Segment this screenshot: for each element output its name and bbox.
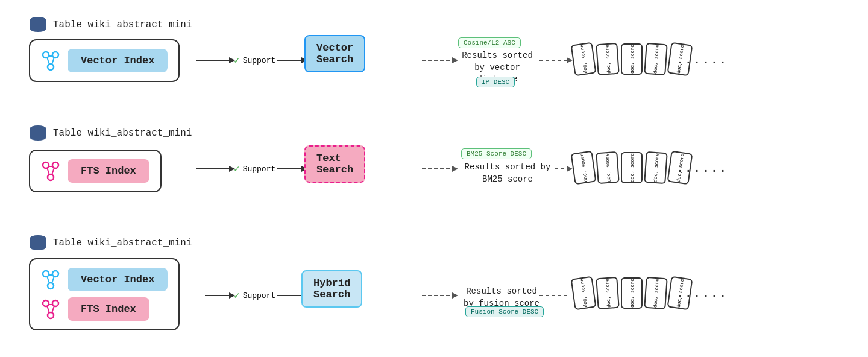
svg-point-40 [43,162,49,168]
table-name-row2: Table wiki_abstract_mini [53,128,192,139]
svg-line-58 [52,306,54,313]
index-box-row3: Vector Index FTS Index [29,258,180,330]
dots-row2b: ... [702,162,728,175]
vector-index-pill-row3: Vector Index [68,268,168,291]
doc-cards-row3: doc, score doc, score doc, score doc, sc… [573,277,691,309]
support-label-row3: Support [243,291,276,300]
doc-card: doc, score [644,151,668,184]
support-label-row2: Support [243,165,276,174]
svg-marker-7 [567,57,573,63]
doc-card: doc, score [571,151,597,185]
svg-line-30 [52,57,54,65]
text-search-box-row2: T Text Search [304,156,319,172]
svg-point-48 [52,271,58,277]
doc-card: doc, score [644,43,668,75]
text-search-label-row2: Text Search [304,145,365,183]
connector-icon-row1 [41,50,60,72]
diagram-area: Table wiki_abstract_mini Vector Index ✓ … [0,0,868,357]
hybrid-search-label-row3: Hybrid Search [301,270,362,308]
doc-card: doc, score [621,43,643,75]
svg-point-55 [48,312,54,318]
badge-fusion-row3: Fusion Score DESC [465,306,544,317]
svg-point-41 [52,162,58,168]
vector-index-row3: Vector Index [41,268,168,291]
connector-icon-row2 [41,160,60,182]
doc-card: doc, score [596,43,620,75]
svg-line-29 [47,57,49,65]
svg-marker-13 [452,166,458,172]
svg-point-25 [43,52,49,58]
table-name-row1: Table wiki_abstract_mini [53,19,192,30]
doc-cards-row1: doc, score doc, score doc, score doc, sc… [573,43,691,75]
dots-row2: ... [676,162,702,175]
badge-ip-row1: IP DESC [476,77,515,87]
result-desc-row2: Results sorted by BM25 score [459,162,556,185]
index-box-row2: FTS Index [29,150,162,192]
support-row3: ✓ Support [234,289,275,302]
doc-cards-row2: doc, score doc, score doc, score doc, sc… [573,152,691,183]
db-icon-row2 [29,125,47,141]
doc-card: doc, score [571,42,597,77]
db-icon-row1 [29,17,47,33]
svg-line-51 [47,276,49,283]
vector-index-pill-row1: Vector Index [68,49,168,72]
table-label-row1: Table wiki_abstract_mini [29,17,192,33]
db-icon-row3 [29,235,47,251]
svg-marker-23 [567,292,573,295]
checkmark-row1: ✓ [234,54,240,66]
svg-point-49 [48,283,54,289]
svg-point-54 [52,300,58,306]
index-box-row1: Vector Index [29,39,180,82]
doc-card: doc, score [596,151,620,184]
doc-card: doc, score [644,277,668,309]
svg-marker-5 [452,57,458,63]
support-row1: ✓ Support [234,54,275,66]
vector-search-box-row1: Vector Search [304,47,318,60]
doc-card: doc, score [571,276,597,311]
connector-icon-vector-row3 [41,269,60,291]
badge-cosine-row1: Cosine/L2 ASC [458,37,521,48]
fts-index-row3: FTS Index [41,297,168,321]
checkmark-row3: ✓ [234,289,240,302]
fts-index-pill-row2: FTS Index [68,159,149,183]
svg-point-26 [52,52,58,58]
dots-row3: ... [676,287,702,301]
support-label-row1: Support [243,56,276,65]
dots-row3b: ... [702,287,728,301]
svg-point-27 [48,64,54,70]
dots-row1: ... [676,53,702,67]
hybrid-search-box-row3: T Hybrid Search [301,279,318,299]
doc-card: doc, score [621,152,643,183]
svg-marker-21 [452,292,458,299]
svg-point-47 [43,271,49,277]
connector-icon-fts-row3 [41,299,60,320]
table-label-row3: Table wiki_abstract_mini [29,235,192,251]
svg-marker-15 [567,166,573,172]
svg-line-45 [52,168,54,175]
fts-index-pill-row3: FTS Index [68,297,149,321]
checkmark-row2: ✓ [234,163,240,175]
doc-card: doc, score [596,277,620,309]
badge-bm25-row2: BM25 Score DESC [461,148,532,159]
svg-line-57 [47,306,49,313]
vector-search-label-row1: Vector Search [304,35,365,72]
support-row2: ✓ Support [234,163,275,175]
svg-line-44 [47,168,49,175]
doc-card: doc, score [621,277,643,309]
table-label-row2: Table wiki_abstract_mini [29,125,192,141]
dots-row1b: ... [702,53,728,67]
svg-point-53 [43,300,49,306]
table-name-row3: Table wiki_abstract_mini [53,238,192,248]
svg-line-52 [52,276,54,283]
svg-point-42 [48,174,54,180]
